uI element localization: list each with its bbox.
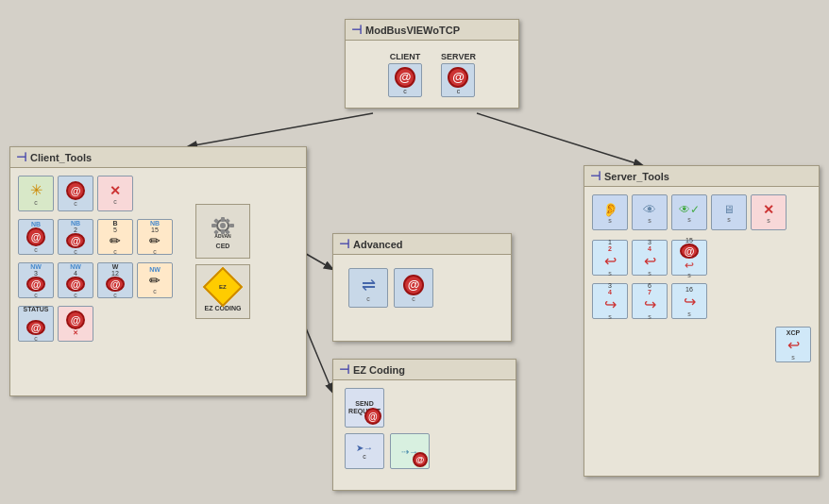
ez-coding-panel-title: ⊣ EZ Coding xyxy=(333,360,516,380)
ez-arrow-icon-1[interactable]: ➤→ c xyxy=(345,433,384,469)
client-tools-title-text: Client_Tools xyxy=(30,152,92,163)
server-label: SERVER xyxy=(441,52,476,61)
srv-close-s: s xyxy=(767,217,770,224)
client-icons-grid: ✳ c @ c ✕ c NB @ c xyxy=(18,176,173,345)
w-at: @ xyxy=(106,277,125,292)
pnb-br: c xyxy=(153,248,157,255)
srv-icon-close[interactable]: ✕ s xyxy=(751,194,787,230)
modbus-title-text: ModBusVIEWoTCP xyxy=(365,25,460,36)
server-corner-c: c xyxy=(457,88,461,94)
srv-6: 6 xyxy=(648,282,651,289)
star-icon-block[interactable]: ✳ c xyxy=(18,176,54,211)
srv-icon-eye-3[interactable]: 🖥 s xyxy=(711,194,747,230)
server-row-2: 1 2 ↩ s 3 4 ↩ s 15 @ ↩ s xyxy=(592,240,811,276)
ez-send-at: @ xyxy=(364,408,381,425)
pencil-nw-icon[interactable]: NW ✏ c xyxy=(137,262,173,298)
modbus-panel: ⊣ ModBusVIEWoTCP CLIENT @ c SERVER @ c xyxy=(345,19,519,109)
nb-icon-1[interactable]: NB @ c xyxy=(18,219,54,255)
pencil-icon-1[interactable]: B 5 ✏ c xyxy=(97,219,133,255)
status-icon[interactable]: STATUS @ c xyxy=(18,306,54,342)
err-icon[interactable]: @ ✕ xyxy=(58,306,93,342)
srv-3: 3 xyxy=(648,239,651,245)
srv-num-15[interactable]: 15 @ ↩ s xyxy=(671,240,707,276)
status-br: c xyxy=(34,335,38,342)
client-at-icon[interactable]: @ c xyxy=(388,63,422,97)
adv-icon-1[interactable]: ⇌ c xyxy=(348,268,388,308)
ez-coding-title-text: EZ Coding xyxy=(353,364,405,376)
w-icon[interactable]: W 12 @ c xyxy=(97,262,133,298)
close-icon-block[interactable]: ✕ c xyxy=(97,176,133,211)
p1-tl: B xyxy=(112,220,117,227)
srv-icon-ear[interactable]: 👂 s xyxy=(592,194,628,230)
nw-at-2: @ xyxy=(66,277,85,292)
srv-eye-1-s: s xyxy=(648,217,651,224)
server-tools-panel: ⊣ Server_Tools 👂 s 👁 s 👁✓ s 🖥 s ✕ xyxy=(584,165,820,477)
srv-num-1-2[interactable]: 1 2 ↩ s xyxy=(592,240,628,276)
srv-3b: 3 xyxy=(608,282,612,289)
srv-s4: s xyxy=(648,313,651,320)
road-sign: EZ xyxy=(203,266,243,306)
srv-arrow-2: ↩ xyxy=(644,252,656,270)
advanced-gear-block[interactable]: ADVAN CED xyxy=(195,204,250,259)
srv-1: 1 xyxy=(608,239,612,245)
svg-rect-8 xyxy=(211,224,216,227)
svg-rect-9 xyxy=(229,224,234,227)
client-tools-icon: ⊣ xyxy=(16,150,26,164)
svg-line-1 xyxy=(477,113,642,165)
ez-coding-sign-block[interactable]: EZ EZ CODING xyxy=(195,264,250,319)
nb2-br: c xyxy=(74,248,77,255)
server-at-symbol: @ xyxy=(448,67,468,88)
nw-icon-1[interactable]: NW 3 @ c xyxy=(18,262,54,298)
ez-send-row: SENDREQUEST @ xyxy=(345,388,504,428)
gear-svg: ADVAN xyxy=(208,213,238,240)
ez-arrow-sym-1: ➤→ xyxy=(356,443,373,453)
nw1-br: c xyxy=(34,292,38,298)
svg-text:ADVAN: ADVAN xyxy=(214,233,231,239)
srv-num-6-7[interactable]: 6 7 ↪ s xyxy=(632,283,668,319)
p1-tr: 5 xyxy=(113,227,117,233)
nw-icon-2[interactable]: NW 4 @ c xyxy=(58,262,93,298)
srv-icon-eye-2[interactable]: 👁✓ s xyxy=(671,194,707,230)
srv-eye-2-s: s xyxy=(687,216,691,223)
at-icon-block-1[interactable]: @ c xyxy=(58,176,93,211)
status-at: @ xyxy=(26,320,45,335)
client-label: CLIENT xyxy=(390,52,421,61)
modbus-icon: ⊣ xyxy=(351,23,362,37)
server-row-1: 👂 s 👁 s 👁✓ s 🖥 s ✕ s xyxy=(592,194,811,230)
adv-at-2: @ xyxy=(403,275,424,295)
server-at-icon[interactable]: @ c xyxy=(441,63,475,97)
w-tl: W xyxy=(112,263,119,270)
adv-c-2: c xyxy=(412,295,415,302)
srv-xcp[interactable]: XCP ↩ s xyxy=(775,327,811,362)
pencil-nw-br: c xyxy=(153,288,157,294)
advanced-panel-title: ⊣ Advanced xyxy=(333,234,511,255)
srv-ear-s: s xyxy=(608,217,612,224)
pnb-tr: 15 xyxy=(151,227,159,233)
srv-4: 4 xyxy=(648,245,651,252)
ez-coding-panel-icon: ⊣ xyxy=(339,362,349,377)
pencil-nb-icon[interactable]: NB 15 ✏ c xyxy=(137,219,173,255)
srv-num-16[interactable]: 16 ↪ s xyxy=(671,283,707,319)
modbus-panel-title: ⊣ ModBusVIEWoTCP xyxy=(346,20,518,41)
srv-icon-eye-1[interactable]: 👁 s xyxy=(632,194,668,230)
srv-num-3-4[interactable]: 3 4 ↩ s xyxy=(632,240,668,276)
ez-arrow-at-2: @ xyxy=(413,452,428,467)
srv-num-3b-4b[interactable]: 3 4 ↪ s xyxy=(592,283,628,319)
adv-c-1: c xyxy=(366,295,370,302)
svg-rect-13 xyxy=(225,218,230,224)
srv-16: 16 xyxy=(685,286,693,293)
ez-send-icon[interactable]: SENDREQUEST @ xyxy=(345,388,384,428)
srv-s2: s xyxy=(648,270,651,277)
svg-rect-6 xyxy=(221,217,225,222)
srv-2: 2 xyxy=(608,245,612,252)
srv-arrow-3b: ↪ xyxy=(604,295,617,313)
server-tools-title: ⊣ Server_Tools xyxy=(584,166,819,187)
ez-arrow-icon-2[interactable]: ⇢→ @ xyxy=(390,433,430,469)
srv-at-15: @ xyxy=(680,244,699,259)
adv-icon-2[interactable]: @ c xyxy=(394,268,433,308)
srv-15: 15 xyxy=(685,237,693,244)
nb-icon-2[interactable]: NB 2 @ c xyxy=(58,219,93,255)
srv-s1: s xyxy=(608,270,612,277)
srv-arrow-16: ↪ xyxy=(684,293,696,311)
star-symbol: ✳ xyxy=(30,181,42,199)
